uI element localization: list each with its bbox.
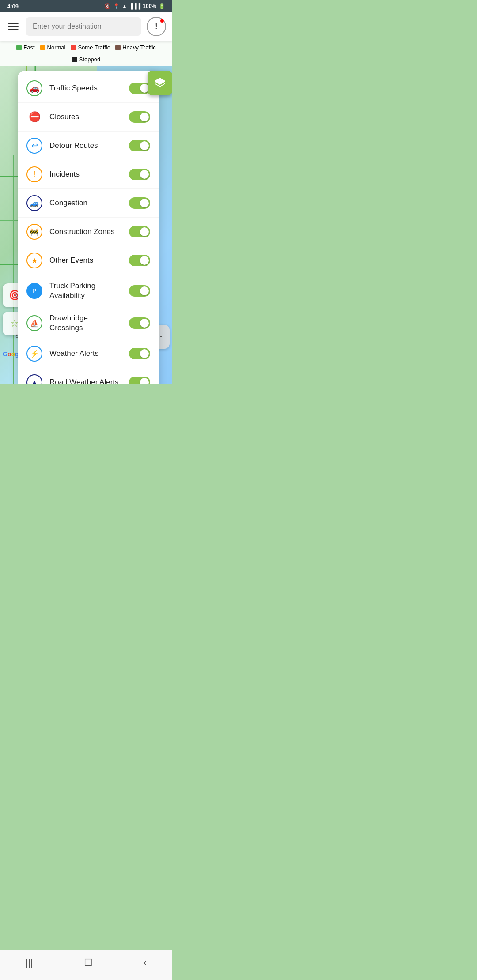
layer-item-drawbridge[interactable]: ⛵ DrawbridgeCrossings bbox=[18, 307, 159, 339]
detour-routes-label: Detour Routes bbox=[49, 141, 122, 151]
closures-toggle[interactable] bbox=[129, 111, 150, 123]
hamburger-line-2 bbox=[8, 26, 19, 27]
search-input[interactable] bbox=[26, 17, 141, 36]
hamburger-button[interactable] bbox=[6, 21, 20, 32]
incidents-toggle[interactable] bbox=[129, 169, 150, 180]
congestion-slider bbox=[129, 197, 150, 209]
closures-slider bbox=[129, 111, 150, 123]
road-weather-alerts-toggle[interactable] bbox=[129, 377, 150, 384]
exclamation-icon: ! bbox=[155, 22, 158, 31]
top-bar: ! bbox=[0, 12, 172, 41]
legend-stopped-dot bbox=[72, 57, 77, 62]
construction-zones-label: Construction Zones bbox=[49, 227, 122, 237]
map-area[interactable]: 27 Wes M Hammocks Sw Boca Raton 🚗 Traffi… bbox=[0, 66, 172, 384]
drawbridge-label: DrawbridgeCrossings bbox=[49, 313, 122, 333]
legend-fast: Fast bbox=[16, 44, 34, 51]
congestion-label: Congestion bbox=[49, 198, 122, 208]
construction-zones-slider bbox=[129, 226, 150, 237]
other-events-label: Other Events bbox=[49, 256, 122, 265]
alert-button[interactable]: ! bbox=[147, 17, 166, 36]
layer-item-construction-zones[interactable]: 🚧 Construction Zones bbox=[18, 218, 159, 246]
closures-label: Closures bbox=[49, 112, 122, 122]
congestion-icon: 🚙 bbox=[26, 195, 42, 211]
other-events-icon: ★ bbox=[26, 253, 42, 268]
location-icon: 📍 bbox=[113, 3, 120, 9]
incidents-icon: ! bbox=[26, 166, 42, 182]
road-weather-alerts-label: Road Weather Alerts bbox=[49, 377, 122, 384]
layer-item-traffic-speeds[interactable]: 🚗 Traffic Speeds bbox=[18, 74, 159, 103]
alert-dot bbox=[160, 19, 164, 23]
status-bar: 4:09 🔇 📍 ▲ ▐▐▐ 100% 🔋 bbox=[0, 0, 172, 12]
drawbridge-slider bbox=[129, 317, 150, 329]
legend-heavy-traffic: Heavy Traffic bbox=[115, 44, 156, 51]
legend-bar: Fast Normal Some Traffic Heavy Traffic S… bbox=[0, 41, 172, 66]
traffic-speeds-icon: 🚗 bbox=[26, 80, 42, 96]
road-weather-alerts-slider bbox=[129, 377, 150, 384]
legend-some-traffic-dot bbox=[71, 45, 76, 50]
layers-fab-button[interactable] bbox=[148, 71, 172, 95]
other-events-slider bbox=[129, 255, 150, 266]
legend-normal-dot bbox=[40, 45, 45, 50]
detour-routes-slider bbox=[129, 140, 150, 151]
weather-alerts-icon: ⚡ bbox=[26, 346, 42, 362]
truck-parking-slider bbox=[129, 285, 150, 297]
legend-normal: Normal bbox=[40, 44, 66, 51]
status-icons: 🔇 📍 ▲ ▐▐▐ 100% 🔋 bbox=[104, 3, 165, 9]
detour-routes-icon: ↩ bbox=[26, 138, 42, 154]
drawbridge-icon: ⛵ bbox=[26, 315, 42, 331]
layer-item-closures[interactable]: ⛔ Closures bbox=[18, 103, 159, 132]
truck-parking-toggle[interactable] bbox=[129, 285, 150, 297]
layer-item-congestion[interactable]: 🚙 Congestion bbox=[18, 189, 159, 218]
traffic-speeds-label: Traffic Speeds bbox=[49, 83, 122, 93]
battery-label: 100% bbox=[143, 3, 156, 9]
legend-heavy-traffic-dot bbox=[115, 45, 121, 50]
legend-stopped: Stopped bbox=[72, 56, 100, 63]
traffic-speeds-toggle[interactable] bbox=[129, 83, 150, 94]
hamburger-line-1 bbox=[8, 23, 19, 24]
legend-some-traffic-label: Some Traffic bbox=[78, 44, 110, 51]
congestion-toggle[interactable] bbox=[129, 197, 150, 209]
incidents-label: Incidents bbox=[49, 170, 122, 179]
status-time: 4:09 bbox=[7, 3, 19, 10]
other-events-toggle[interactable] bbox=[129, 255, 150, 266]
layer-item-other-events[interactable]: ★ Other Events bbox=[18, 246, 159, 275]
weather-alerts-label: Weather Alerts bbox=[49, 349, 122, 358]
traffic-speeds-slider bbox=[129, 83, 150, 94]
layer-item-truck-parking[interactable]: P Truck ParkingAvailability bbox=[18, 275, 159, 307]
layer-item-incidents[interactable]: ! Incidents bbox=[18, 160, 159, 189]
layer-item-detour-routes[interactable]: ↩ Detour Routes bbox=[18, 132, 159, 160]
mute-icon: 🔇 bbox=[104, 3, 111, 9]
signal-icon: ▐▐▐ bbox=[129, 3, 141, 9]
legend-some-traffic: Some Traffic bbox=[71, 44, 110, 51]
legend-normal-label: Normal bbox=[47, 44, 66, 51]
drawbridge-toggle[interactable] bbox=[129, 317, 150, 329]
incidents-slider bbox=[129, 169, 150, 180]
detour-routes-toggle[interactable] bbox=[129, 140, 150, 151]
weather-alerts-toggle[interactable] bbox=[129, 348, 150, 359]
weather-alerts-slider bbox=[129, 348, 150, 359]
hamburger-line-3 bbox=[8, 29, 19, 30]
legend-fast-dot bbox=[16, 45, 22, 50]
road-weather-alerts-icon: ▲ bbox=[26, 374, 42, 384]
construction-zones-toggle[interactable] bbox=[129, 226, 150, 237]
layer-panel: 🚗 Traffic Speeds ⛔ Closures ↩ Deto bbox=[18, 71, 159, 384]
legend-fast-label: Fast bbox=[23, 44, 34, 51]
layer-item-weather-alerts[interactable]: ⚡ Weather Alerts bbox=[18, 339, 159, 368]
closures-icon: ⛔ bbox=[26, 109, 42, 125]
layer-item-road-weather-alerts[interactable]: ▲ Road Weather Alerts bbox=[18, 368, 159, 384]
legend-heavy-traffic-label: Heavy Traffic bbox=[122, 44, 156, 51]
battery-icon: 🔋 bbox=[159, 3, 165, 9]
wifi-icon: ▲ bbox=[122, 3, 127, 9]
truck-parking-label: Truck ParkingAvailability bbox=[49, 281, 122, 301]
legend-stopped-label: Stopped bbox=[79, 56, 100, 63]
truck-parking-icon: P bbox=[26, 283, 42, 299]
construction-zones-icon: 🚧 bbox=[26, 224, 42, 240]
